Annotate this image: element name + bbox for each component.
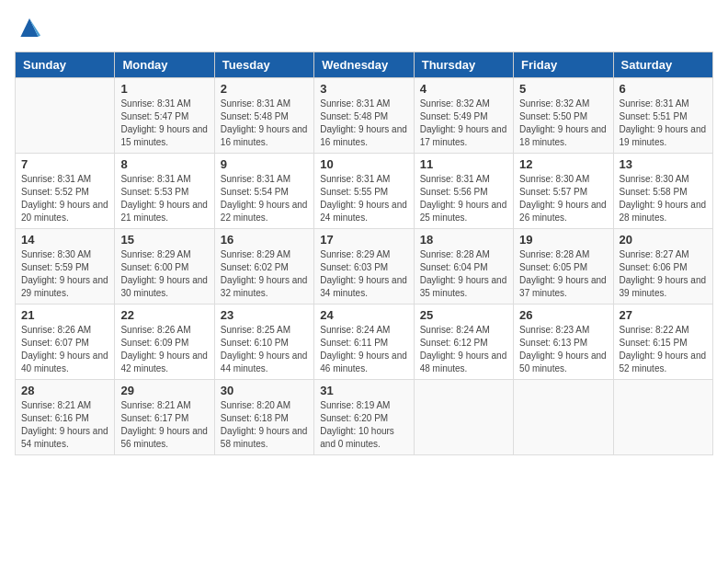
day-detail: Sunrise: 8:30 AMSunset: 5:59 PMDaylight:… <box>21 248 108 300</box>
day-number: 28 <box>21 384 108 397</box>
logo-icon <box>15 15 44 40</box>
day-detail: Sunrise: 8:31 AMSunset: 5:52 PMDaylight:… <box>21 173 108 224</box>
calendar-cell: 25Sunrise: 8:24 AMSunset: 6:12 PMDayligh… <box>414 304 513 380</box>
day-detail: Sunrise: 8:24 AMSunset: 6:11 PMDaylight:… <box>320 324 407 375</box>
day-detail: Sunrise: 8:28 AMSunset: 6:04 PMDaylight:… <box>420 248 507 300</box>
day-number: 16 <box>221 233 308 247</box>
day-detail: Sunrise: 8:31 AMSunset: 5:54 PMDaylight:… <box>221 173 308 224</box>
calendar-cell <box>514 380 613 455</box>
calendar-cell: 11Sunrise: 8:31 AMSunset: 5:56 PMDayligh… <box>414 154 513 229</box>
calendar-week-row: 28Sunrise: 8:21 AMSunset: 6:16 PMDayligh… <box>16 380 713 455</box>
header <box>15 15 713 40</box>
calendar-cell: 12Sunrise: 8:30 AMSunset: 5:57 PMDayligh… <box>514 154 613 229</box>
calendar-week-row: 21Sunrise: 8:26 AMSunset: 6:07 PMDayligh… <box>16 304 713 380</box>
calendar-cell: 19Sunrise: 8:28 AMSunset: 6:05 PMDayligh… <box>514 229 613 304</box>
day-number: 5 <box>519 82 607 96</box>
calendar-cell: 18Sunrise: 8:28 AMSunset: 6:04 PMDayligh… <box>414 229 513 304</box>
calendar-cell: 6Sunrise: 8:31 AMSunset: 5:51 PMDaylight… <box>613 78 712 154</box>
calendar-cell: 2Sunrise: 8:31 AMSunset: 5:48 PMDaylight… <box>214 78 313 154</box>
calendar-cell: 7Sunrise: 8:31 AMSunset: 5:52 PMDaylight… <box>16 154 115 229</box>
calendar-cell: 8Sunrise: 8:31 AMSunset: 5:53 PMDaylight… <box>115 154 214 229</box>
calendar-cell <box>16 78 115 154</box>
calendar-cell: 13Sunrise: 8:30 AMSunset: 5:58 PMDayligh… <box>613 154 712 229</box>
calendar-cell: 4Sunrise: 8:32 AMSunset: 5:49 PMDaylight… <box>414 78 513 154</box>
day-number: 26 <box>519 308 607 322</box>
day-detail: Sunrise: 8:21 AMSunset: 6:17 PMDaylight:… <box>120 399 208 451</box>
weekday-header-wednesday: Wednesday <box>314 52 414 78</box>
day-detail: Sunrise: 8:31 AMSunset: 5:53 PMDaylight:… <box>120 173 208 224</box>
weekday-header-saturday: Saturday <box>613 52 712 78</box>
day-number: 25 <box>420 308 507 322</box>
day-number: 17 <box>320 233 407 247</box>
calendar-cell: 15Sunrise: 8:29 AMSunset: 6:00 PMDayligh… <box>115 229 214 304</box>
calendar-week-row: 7Sunrise: 8:31 AMSunset: 5:52 PMDaylight… <box>16 154 713 229</box>
logo <box>15 15 48 40</box>
day-detail: Sunrise: 8:31 AMSunset: 5:48 PMDaylight:… <box>320 98 407 149</box>
calendar-cell: 17Sunrise: 8:29 AMSunset: 6:03 PMDayligh… <box>314 229 414 304</box>
calendar-cell <box>613 380 712 455</box>
day-detail: Sunrise: 8:19 AMSunset: 6:20 PMDaylight:… <box>320 399 407 451</box>
day-detail: Sunrise: 8:29 AMSunset: 6:02 PMDaylight:… <box>221 248 308 300</box>
day-number: 3 <box>320 82 407 96</box>
day-number: 30 <box>221 384 308 397</box>
day-detail: Sunrise: 8:31 AMSunset: 5:47 PMDaylight:… <box>120 98 208 149</box>
day-detail: Sunrise: 8:26 AMSunset: 6:07 PMDaylight:… <box>21 324 108 375</box>
day-detail: Sunrise: 8:26 AMSunset: 6:09 PMDaylight:… <box>120 324 208 375</box>
svg-marker-0 <box>20 18 38 37</box>
day-number: 10 <box>320 157 407 171</box>
day-number: 4 <box>420 82 507 96</box>
day-detail: Sunrise: 8:30 AMSunset: 5:57 PMDaylight:… <box>519 173 607 224</box>
day-detail: Sunrise: 8:32 AMSunset: 5:50 PMDaylight:… <box>519 98 607 149</box>
day-number: 31 <box>320 384 407 397</box>
day-detail: Sunrise: 8:31 AMSunset: 5:48 PMDaylight:… <box>221 98 308 149</box>
day-number: 27 <box>620 308 707 322</box>
day-detail: Sunrise: 8:31 AMSunset: 5:55 PMDaylight:… <box>320 173 407 224</box>
day-number: 7 <box>21 157 108 171</box>
day-detail: Sunrise: 8:31 AMSunset: 5:51 PMDaylight:… <box>620 98 707 149</box>
day-detail: Sunrise: 8:28 AMSunset: 6:05 PMDaylight:… <box>519 248 607 300</box>
calendar-cell: 30Sunrise: 8:20 AMSunset: 6:18 PMDayligh… <box>214 380 313 455</box>
day-number: 18 <box>420 233 507 247</box>
calendar-cell: 9Sunrise: 8:31 AMSunset: 5:54 PMDaylight… <box>214 154 313 229</box>
day-number: 24 <box>320 308 407 322</box>
day-number: 14 <box>21 233 108 247</box>
day-detail: Sunrise: 8:32 AMSunset: 5:49 PMDaylight:… <box>420 98 507 149</box>
calendar-week-row: 1Sunrise: 8:31 AMSunset: 5:47 PMDaylight… <box>16 78 713 154</box>
day-number: 22 <box>120 308 208 322</box>
day-number: 13 <box>620 157 707 171</box>
weekday-header-monday: Monday <box>115 52 214 78</box>
day-number: 21 <box>21 308 108 322</box>
day-detail: Sunrise: 8:23 AMSunset: 6:13 PMDaylight:… <box>519 324 607 375</box>
weekday-header-row: SundayMondayTuesdayWednesdayThursdayFrid… <box>16 52 713 78</box>
weekday-header-friday: Friday <box>514 52 613 78</box>
calendar-cell: 22Sunrise: 8:26 AMSunset: 6:09 PMDayligh… <box>115 304 214 380</box>
calendar-cell: 29Sunrise: 8:21 AMSunset: 6:17 PMDayligh… <box>115 380 214 455</box>
day-number: 9 <box>221 157 308 171</box>
calendar-cell: 14Sunrise: 8:30 AMSunset: 5:59 PMDayligh… <box>16 229 115 304</box>
day-detail: Sunrise: 8:20 AMSunset: 6:18 PMDaylight:… <box>221 399 308 451</box>
day-number: 20 <box>620 233 707 247</box>
calendar-cell: 20Sunrise: 8:27 AMSunset: 6:06 PMDayligh… <box>613 229 712 304</box>
day-number: 15 <box>120 233 208 247</box>
calendar-cell: 28Sunrise: 8:21 AMSunset: 6:16 PMDayligh… <box>16 380 115 455</box>
day-number: 12 <box>519 157 607 171</box>
day-number: 2 <box>221 82 308 96</box>
calendar-table: SundayMondayTuesdayWednesdayThursdayFrid… <box>15 52 713 455</box>
day-number: 8 <box>120 157 208 171</box>
weekday-header-sunday: Sunday <box>16 52 115 78</box>
day-detail: Sunrise: 8:24 AMSunset: 6:12 PMDaylight:… <box>420 324 507 375</box>
page-container: SundayMondayTuesdayWednesdayThursdayFrid… <box>15 15 713 455</box>
day-number: 29 <box>120 384 208 397</box>
day-number: 1 <box>120 82 208 96</box>
calendar-cell: 1Sunrise: 8:31 AMSunset: 5:47 PMDaylight… <box>115 78 214 154</box>
day-detail: Sunrise: 8:29 AMSunset: 6:00 PMDaylight:… <box>120 248 208 300</box>
calendar-cell: 5Sunrise: 8:32 AMSunset: 5:50 PMDaylight… <box>514 78 613 154</box>
day-detail: Sunrise: 8:29 AMSunset: 6:03 PMDaylight:… <box>320 248 407 300</box>
weekday-header-tuesday: Tuesday <box>214 52 313 78</box>
day-detail: Sunrise: 8:25 AMSunset: 6:10 PMDaylight:… <box>221 324 308 375</box>
calendar-cell: 26Sunrise: 8:23 AMSunset: 6:13 PMDayligh… <box>514 304 613 380</box>
calendar-cell: 27Sunrise: 8:22 AMSunset: 6:15 PMDayligh… <box>613 304 712 380</box>
calendar-cell: 21Sunrise: 8:26 AMSunset: 6:07 PMDayligh… <box>16 304 115 380</box>
calendar-cell: 23Sunrise: 8:25 AMSunset: 6:10 PMDayligh… <box>214 304 313 380</box>
calendar-cell: 10Sunrise: 8:31 AMSunset: 5:55 PMDayligh… <box>314 154 414 229</box>
